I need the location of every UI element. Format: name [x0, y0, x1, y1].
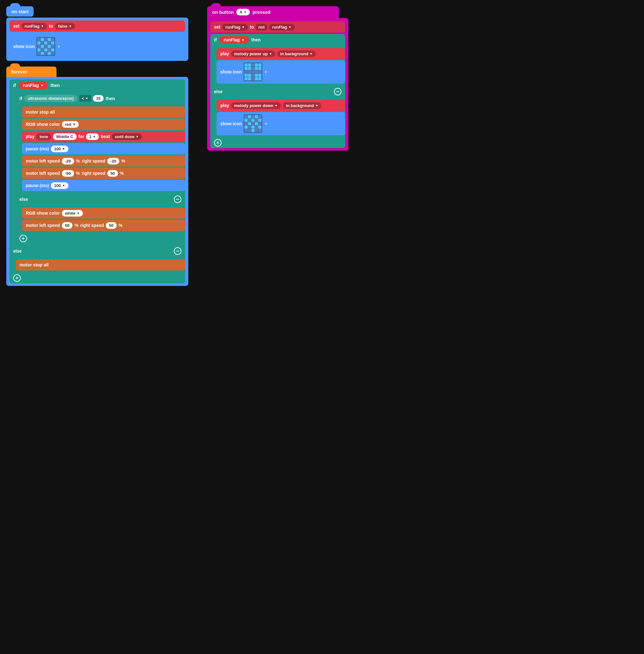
play-melody-up-block[interactable]: play melody power up ▼ in background ▼	[216, 48, 345, 59]
outer-else-header: else −	[9, 245, 185, 257]
right-if-block: if runFlag ▼ then play melody power up	[210, 34, 345, 148]
forever-label: forever	[6, 67, 56, 77]
runflag-pill[interactable]: runFlag ▼	[21, 23, 47, 29]
runflag-condition[interactable]: runFlag ▼	[19, 81, 48, 89]
runflag-not-2-pill[interactable]: runFlag ▼	[269, 24, 295, 30]
motor-stop-all-1[interactable]: motor stop all	[22, 107, 185, 118]
motor-lr2-left[interactable]: -50	[62, 170, 74, 177]
outer-else-minus[interactable]: −	[174, 247, 181, 255]
pause-1-block[interactable]: pause (ms) 100 ▼	[22, 143, 185, 155]
forever-container: forever if runFlag ▼ then	[6, 67, 188, 286]
inner-if-header[interactable]: if ultrasonic distance(cm) < ▼ 15	[16, 93, 185, 104]
left-section: on start set runFlag ▼ to false ▼	[6, 6, 188, 286]
motor-lr2-right[interactable]: 50	[107, 170, 118, 177]
motor-stop-all-2[interactable]: motor stop all	[16, 259, 185, 271]
outer-else-body: motor stop all	[9, 257, 185, 273]
right-runflag-condition[interactable]: runFlag ▼	[220, 36, 249, 44]
right-if-header[interactable]: if runFlag ▼ then	[210, 34, 345, 46]
play-tone-block[interactable]: play tone Middle C for 1	[22, 131, 185, 142]
outer-if-header[interactable]: if runFlag ▼ then	[9, 79, 185, 91]
value-pill[interactable]: 15	[93, 95, 104, 102]
note-pill[interactable]: Middle C	[53, 133, 76, 140]
in-bg-down-pill[interactable]: in background ▼	[283, 102, 321, 109]
right-if-then-body: play melody power up ▼ in background ▼	[210, 46, 345, 86]
false-dropdown-arrow[interactable]: ▼	[69, 24, 72, 28]
hat-bump-button	[211, 3, 221, 7]
rgb-white-block[interactable]: RGB show color white ▼	[22, 207, 185, 219]
right-else-body: play melody power down ▼ in background ▼	[210, 98, 345, 137]
inner-else-plus-row: +	[16, 233, 185, 244]
on-start-container: on start set runFlag ▼ to false ▼	[6, 6, 188, 61]
pause2-val[interactable]: 100 ▼	[51, 182, 68, 189]
pause-2-block[interactable]: pause (ms) 100 ▼	[22, 180, 185, 191]
on-button-body: set runFlag ▼ to not runFlag ▼	[207, 18, 348, 150]
icon-grid-start[interactable]	[37, 37, 55, 56]
icon-grid-up[interactable]	[244, 63, 262, 81]
on-start-label: on start	[6, 6, 33, 17]
right-else-header: else −	[210, 86, 345, 98]
outer-if-body: if ultrasonic distance(cm) < ▼ 15	[9, 91, 185, 245]
set-runflag-block[interactable]: set runFlag ▼ to false ▼	[9, 20, 185, 32]
runflag-not-pill[interactable]: runFlag ▼	[222, 24, 248, 30]
melody-up-pill[interactable]: melody power up ▼	[231, 50, 275, 57]
tone-label-pill: tone	[37, 133, 51, 140]
outer-if-block: if runFlag ▼ then if	[9, 79, 185, 283]
icon-grid-down[interactable]	[244, 114, 262, 133]
right-else-minus[interactable]: −	[334, 88, 342, 95]
outer-plus-btn[interactable]: +	[13, 274, 21, 282]
on-button-header: on button A ▼ pressed	[207, 6, 339, 18]
beats-pill[interactable]: 1 ▼	[86, 133, 99, 140]
motor-lr1-right[interactable]: -20	[107, 158, 120, 164]
op-pill[interactable]: < ▼	[79, 95, 91, 102]
right-plus-row: +	[210, 137, 345, 148]
forever-hat-wrapper: forever	[6, 67, 56, 77]
motor-lr-3-block[interactable]: motor left speed 50 % right speed 50	[22, 220, 185, 231]
play-melody-down-block[interactable]: play melody power down ▼ in background ▼	[216, 100, 345, 111]
false-pill[interactable]: false ▼	[55, 23, 75, 29]
inner-if-then-body: motor stop all RGB show color red ▼	[16, 104, 185, 193]
icon-start-dropdown[interactable]: ▼	[57, 45, 60, 48]
in-bg-up-pill[interactable]: in background ▼	[277, 50, 316, 57]
rgb-red-block[interactable]: RGB show color red ▼	[22, 119, 185, 130]
inner-else-header: else −	[16, 193, 185, 205]
show-icon-block-start[interactable]: show icon ▼	[9, 35, 185, 58]
motor-lr-1-block[interactable]: motor left speed -20 % right speed -20	[22, 155, 185, 167]
inner-else-minus[interactable]: −	[174, 195, 181, 203]
on-button-container: on button A ▼ pressed set runFlag ▼	[207, 6, 348, 150]
until-done-pill[interactable]: until done ▼	[112, 133, 142, 140]
color-red-pill[interactable]: red ▼	[62, 121, 79, 128]
inner-else-body: RGB show color white ▼ motor left speed	[16, 205, 185, 233]
show-icon-down-block[interactable]: show icon ▼	[216, 112, 345, 135]
inner-plus-btn[interactable]: +	[20, 235, 27, 242]
on-start-hat-wrapper: on start	[6, 6, 33, 17]
right-plus-btn[interactable]: +	[214, 139, 222, 146]
motor-lr-2-block[interactable]: motor left speed -50 % right speed 50	[22, 168, 185, 179]
outer-else-plus-row: +	[9, 273, 185, 283]
show-icon-up-block[interactable]: show icon ▼	[216, 60, 345, 84]
forever-body: if runFlag ▼ then if	[6, 77, 188, 286]
right-section: on button A ▼ pressed set runFlag ▼	[207, 6, 348, 150]
pause1-val[interactable]: 100 ▼	[51, 146, 68, 152]
hat-bump-on-start	[10, 3, 20, 7]
button-a-pill[interactable]: A ▼	[236, 9, 250, 15]
motor-lr1-left[interactable]: -20	[62, 158, 74, 164]
hat-bump-forever	[10, 63, 20, 67]
motor-lr3-right[interactable]: 50	[106, 222, 116, 229]
color-white-pill[interactable]: white ▼	[62, 210, 83, 216]
set-runflag-not-block[interactable]: set runFlag ▼ to not runFlag ▼	[210, 21, 345, 33]
not-label: not	[256, 24, 267, 30]
on-button-hat-wrapper: on button A ▼ pressed	[207, 6, 339, 18]
motor-lr3-left[interactable]: 50	[62, 222, 72, 229]
melody-down-pill[interactable]: melody power down ▼	[231, 102, 281, 109]
ultrasonic-pill[interactable]: ultrasonic distance(cm)	[24, 95, 77, 102]
inner-if-block: if ultrasonic distance(cm) < ▼ 15	[16, 93, 185, 244]
runflag-dropdown-arrow[interactable]: ▼	[41, 24, 44, 28]
on-start-body: set runFlag ▼ to false ▼ show icon ▼	[6, 18, 188, 61]
